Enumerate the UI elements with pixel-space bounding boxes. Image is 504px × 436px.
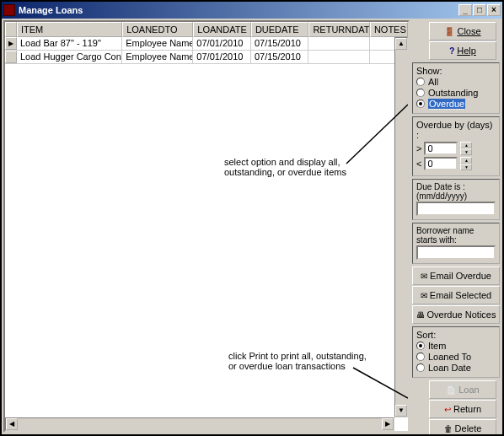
radio-overdue[interactable]: Overdue bbox=[416, 99, 496, 109]
horizontal-scrollbar[interactable]: ◀ ▶ bbox=[5, 417, 394, 431]
maximize-button[interactable]: □ bbox=[473, 4, 486, 16]
cell-item: Load Hugger Cargo Control S bbox=[17, 51, 122, 63]
radio-outstanding[interactable]: Outstanding bbox=[416, 88, 496, 98]
cell-loandate: 07/01/2010 bbox=[193, 51, 251, 63]
cell-returndate bbox=[308, 51, 369, 63]
loan-button[interactable]: 📄Loan bbox=[429, 380, 496, 399]
show-label: Show: bbox=[416, 66, 496, 76]
gt-label: > bbox=[416, 143, 421, 153]
loans-grid[interactable]: ITEM LOANEDTO LOANDATE DUEDATE RETURNDAT… bbox=[3, 20, 410, 433]
radio-sort-loanedto[interactable]: Loaned To bbox=[416, 352, 496, 362]
spin-down[interactable]: ▼ bbox=[460, 164, 472, 170]
titlebar[interactable]: Manage Loans _ □ × bbox=[2, 2, 502, 19]
radio-sort-item[interactable]: Item bbox=[416, 341, 496, 351]
due-date-input[interactable] bbox=[416, 202, 496, 216]
sort-label: Sort: bbox=[416, 330, 496, 340]
window-title: Manage Loans bbox=[19, 5, 458, 15]
radio-sort-loandate[interactable]: Loan Date bbox=[416, 363, 496, 373]
loan-icon: 📄 bbox=[446, 385, 456, 395]
overdue-notices-button[interactable]: 🖶Overdue Notices bbox=[412, 305, 500, 324]
scroll-left-button[interactable]: ◀ bbox=[6, 418, 18, 430]
close-window-button[interactable]: × bbox=[487, 4, 501, 16]
minimize-button[interactable]: _ bbox=[458, 4, 472, 16]
spin-down[interactable]: ▼ bbox=[460, 148, 472, 155]
grid-corner bbox=[5, 22, 17, 37]
door-icon: 🚪 bbox=[444, 27, 454, 36]
borrower-label: Borrower name starts with: bbox=[416, 226, 496, 245]
vertical-scrollbar[interactable]: ▲ ▼ bbox=[394, 37, 408, 417]
scroll-right-button[interactable]: ▶ bbox=[382, 418, 394, 430]
col-duedate[interactable]: DUEDATE bbox=[251, 22, 309, 37]
overdue-by-group: Overdue by (days) : > 0 ▲▼ < 0 ▲▼ bbox=[412, 116, 500, 176]
due-date-group: Due Date is : (mm/dd/yyyy) bbox=[412, 179, 500, 220]
printer-icon: 🖶 bbox=[416, 310, 425, 320]
window: Manage Loans _ □ × ITEM LOANEDTO LOANDAT… bbox=[0, 0, 504, 436]
trash-icon: 🗑 bbox=[444, 424, 453, 433]
overdue-gt-input[interactable]: 0 bbox=[424, 142, 458, 155]
email-icon: ✉ bbox=[421, 291, 427, 300]
borrower-group: Borrower name starts with: bbox=[412, 223, 500, 264]
cell-item: Load Bar 87" - 119" bbox=[17, 37, 122, 50]
help-button[interactable]: ? Help bbox=[429, 41, 496, 60]
email-selected-button[interactable]: ✉Email Selected bbox=[412, 286, 500, 304]
cell-loandate: 07/01/2010 bbox=[193, 37, 251, 50]
app-icon bbox=[3, 4, 15, 16]
cell-duedate: 07/15/2010 bbox=[251, 51, 309, 63]
grid-header-row: ITEM LOANEDTO LOANDATE DUEDATE RETURNDAT… bbox=[5, 22, 408, 37]
row-selector[interactable]: ▶ bbox=[5, 37, 17, 50]
col-notes[interactable]: NOTES bbox=[370, 22, 408, 37]
side-panel: 🚪 Close ? Help Show: All Outstanding Ove… bbox=[410, 19, 502, 434]
lt-label: < bbox=[416, 159, 421, 169]
scroll-down-button[interactable]: ▼ bbox=[395, 405, 407, 417]
table-row[interactable]: Load Hugger Cargo Control S Employee Nam… bbox=[5, 51, 408, 64]
cell-duedate: 07/15/2010 bbox=[251, 37, 309, 50]
email-overdue-button[interactable]: ✉Email Overdue bbox=[412, 266, 500, 285]
scroll-up-button[interactable]: ▲ bbox=[395, 38, 407, 50]
spin-up[interactable]: ▲ bbox=[460, 142, 472, 148]
return-icon: ↩ bbox=[444, 405, 451, 414]
close-button[interactable]: 🚪 Close bbox=[429, 22, 496, 40]
cell-loanedto: Employee Name bbox=[122, 51, 193, 63]
annotation-print: click Print to print all, outstanding, o… bbox=[228, 351, 367, 371]
sort-group: Sort: Item Loaned To Loan Date bbox=[412, 326, 500, 378]
delete-button[interactable]: 🗑Delete bbox=[429, 419, 496, 434]
spin-up[interactable]: ▲ bbox=[460, 157, 472, 164]
col-returndate[interactable]: RETURNDATE bbox=[308, 22, 369, 37]
show-group: Show: All Outstanding Overdue bbox=[412, 62, 500, 114]
borrower-input[interactable] bbox=[416, 245, 496, 260]
cell-loanedto: Employee Name bbox=[122, 37, 193, 50]
annotation-show-filter: select option and display all, outstandi… bbox=[224, 157, 346, 177]
email-icon: ✉ bbox=[421, 272, 427, 281]
col-item[interactable]: ITEM bbox=[17, 22, 122, 37]
table-row[interactable]: ▶ Load Bar 87" - 119" Employee Name 07/0… bbox=[5, 37, 408, 51]
radio-all[interactable]: All bbox=[416, 77, 496, 87]
overdue-lt-input[interactable]: 0 bbox=[424, 157, 458, 170]
row-selector[interactable] bbox=[5, 51, 17, 63]
cell-returndate bbox=[308, 37, 369, 50]
overdue-by-label: Overdue by (days) : bbox=[416, 120, 496, 140]
help-icon: ? bbox=[449, 46, 454, 56]
col-loanedto[interactable]: LOANEDTO bbox=[122, 22, 193, 37]
due-date-label: Due Date is : (mm/dd/yyyy) bbox=[416, 182, 496, 201]
col-loandate[interactable]: LOANDATE bbox=[193, 22, 251, 37]
return-button[interactable]: ↩Return bbox=[429, 400, 496, 418]
